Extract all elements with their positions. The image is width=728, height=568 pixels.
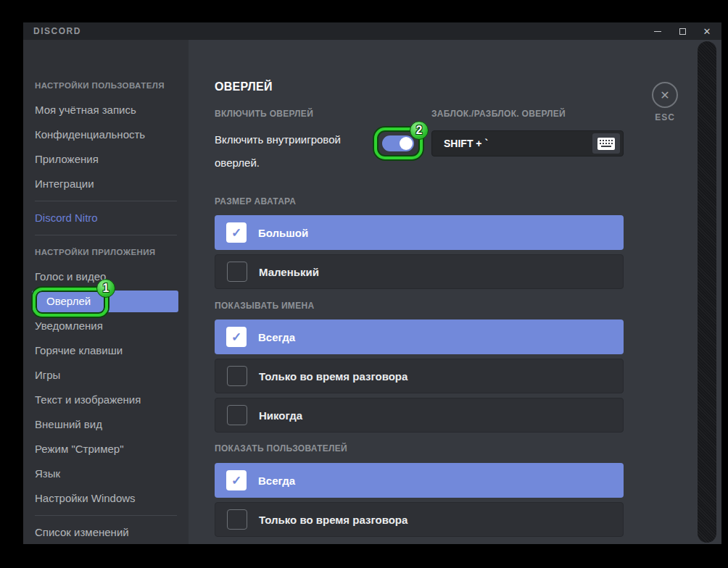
maximize-button[interactable] [675,25,690,38]
esc-label: ESC [642,112,688,122]
option-label: Всегда [258,475,295,487]
checkbox-empty-icon [227,405,247,425]
settings-sidebar: НАСТРОЙКИ ПОЛЬЗОВАТЕЛЯ Моя учётная запис… [23,40,189,544]
sidebar-item-changelog[interactable]: Список изменений [23,520,189,544]
minimize-button[interactable] [650,25,665,38]
divider [35,515,177,516]
sidebar-item-windows-settings[interactable]: Настройки Windows [23,486,189,511]
close-settings-control: ✕ ESC [642,82,688,122]
sidebar-header-user-settings: НАСТРОЙКИ ПОЛЬЗОВАТЕЛЯ [23,73,189,98]
sidebar-item-discord-nitro[interactable]: Discord Nitro [23,206,189,230]
discord-logo: DISCORD [33,26,81,36]
divider [35,235,177,235]
checkbox-empty-icon [227,509,247,530]
option-names-never[interactable]: Никогда [215,398,624,433]
show-names-header: ПОКАЗЫВАТЬ ИМЕНА [215,301,314,311]
checkbox-checked-icon: ✓ [226,327,247,347]
titlebar: DISCORD ✕ [23,22,721,40]
keyboard-icon [597,138,615,150]
checkbox-empty-icon [227,366,247,386]
divider [35,201,177,201]
record-keybind-button[interactable] [592,133,620,154]
close-window-button[interactable]: ✕ [700,25,714,38]
option-label: Только во время разговора [259,514,408,526]
sidebar-item-appearance[interactable]: Внешний вид [23,412,189,437]
keybind-input[interactable]: SHIFT + ` [431,130,624,156]
keybind-value: SHIFT + ` [432,138,592,149]
sidebar-item-language[interactable]: Язык [23,462,189,486]
close-icon: ✕ [660,88,669,102]
close-settings-button[interactable]: ✕ [652,82,678,108]
sidebar-item-notifications[interactable]: Уведомления [23,314,189,338]
option-label: Никогда [259,409,302,422]
toggle-knob [400,137,413,150]
option-label: Всегда [258,331,295,343]
checkbox-empty-icon [227,262,247,282]
checkbox-checked-icon: ✓ [226,222,247,243]
option-users-always[interactable]: ✓ Всегда [215,463,624,498]
close-icon: ✕ [703,26,711,37]
option-label: Большой [258,227,308,239]
keybind-header: ЗАБЛОК./РАЗБЛОК. ОВЕРЛЕЙ [431,109,566,119]
enable-overlay-header: ВКЛЮЧИТЬ ОВЕРЛЕЙ [215,109,313,119]
option-avatar-large[interactable]: ✓ Большой [215,215,624,250]
sidebar-item-games[interactable]: Игры [23,363,189,388]
sidebar-item-overlay[interactable]: Оверлей [32,291,178,312]
scrollbar-thumb[interactable] [698,41,716,543]
option-label: Только во время разговора [259,370,408,383]
option-avatar-small[interactable]: Маленький [215,254,624,289]
sidebar-item-integrations[interactable]: Интеграции [23,172,189,196]
sidebar-item-keybinds[interactable]: Горячие клавиши [23,338,189,363]
page-title: ОВЕРЛЕЙ [215,80,273,93]
enable-overlay-description: Включить внутриигровой оверлей. [215,128,385,175]
discord-window: DISCORD ✕ НАСТРОЙКИ ПОЛЬЗОВАТЕЛЯ Моя учё… [23,22,721,544]
sidebar-item-privacy[interactable]: Конфиденциальность [23,122,189,147]
sidebar-item-voice-video[interactable]: Голос и видео [23,264,189,289]
sidebar-item-streamer-mode[interactable]: Режим "Стример" [23,437,189,462]
option-label: Маленький [259,266,319,278]
sidebar-item-applications[interactable]: Приложения [23,147,189,172]
screenshot-stage: DISCORD ✕ НАСТРОЙКИ ПОЛЬЗОВАТЕЛЯ Моя учё… [0,0,728,568]
avatar-size-header: РАЗМЕР АВАТАРА [215,196,296,206]
overlay-toggle[interactable] [382,135,414,151]
option-names-during-talk[interactable]: Только во время разговора [215,359,624,393]
show-users-header: ПОКАЗАТЬ ПОЛЬЗОВАТЕЛЕЙ [215,443,347,454]
option-users-during-talk[interactable]: Только во время разговора [215,502,624,537]
window-controls: ✕ [650,25,714,38]
maximize-icon [679,28,686,35]
sidebar-item-text-images[interactable]: Текст и изображения [23,388,189,412]
sidebar-item-my-account[interactable]: Моя учётная запись [23,98,189,122]
option-names-always[interactable]: ✓ Всегда [215,320,624,354]
checkbox-checked-icon: ✓ [226,470,247,490]
minimize-icon [654,31,661,32]
sidebar-header-app-settings: НАСТРОЙКИ ПРИЛОЖЕНИЯ [23,240,189,264]
